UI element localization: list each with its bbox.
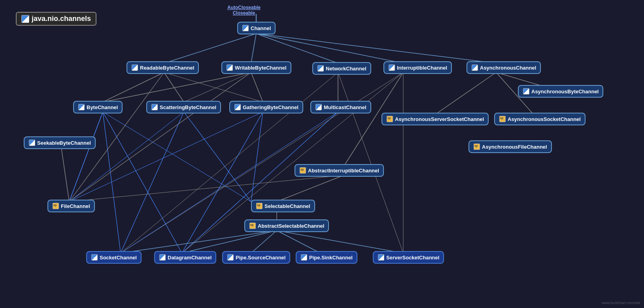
svg-line-9 bbox=[251, 72, 263, 102]
node-FileChannel[interactable]: FileChannel bbox=[47, 200, 95, 212]
interface-icon bbox=[78, 104, 85, 110]
node-NetworkChannel[interactable]: NetworkChannel bbox=[312, 62, 371, 75]
node-AsynchronousSocketChannel[interactable]: AsynchronousSocketChannel bbox=[494, 113, 585, 125]
svg-line-8 bbox=[103, 72, 251, 102]
node-label-AbstractInterruptibleChannel: AbstractInterruptibleChannel bbox=[308, 168, 379, 174]
interface-icon bbox=[227, 64, 233, 71]
node-DatagramChannel[interactable]: DatagramChannel bbox=[154, 251, 216, 264]
node-AbstractInterruptibleChannel[interactable]: AbstractInterruptibleChannel bbox=[295, 164, 384, 177]
interface-icon bbox=[91, 254, 98, 261]
svg-line-32 bbox=[277, 231, 403, 253]
abstract-icon bbox=[53, 203, 59, 209]
svg-line-39 bbox=[184, 72, 251, 102]
node-AsynchronousServerSocketChannel[interactable]: AsynchronousServerSocketChannel bbox=[381, 113, 489, 125]
node-SocketChannel[interactable]: SocketChannel bbox=[86, 251, 142, 264]
interface-icon bbox=[317, 65, 324, 72]
svg-line-16 bbox=[103, 112, 182, 253]
node-label-WritableByteChannel: WritableByteChannel bbox=[235, 65, 287, 71]
node-ByteChannel[interactable]: ByteChannel bbox=[73, 101, 123, 113]
svg-line-4 bbox=[256, 34, 403, 63]
abstract-icon bbox=[387, 116, 393, 122]
node-AsynchronousFileChannel[interactable]: AsynchronousFileChannel bbox=[468, 140, 552, 153]
svg-line-31 bbox=[277, 231, 320, 253]
svg-line-21 bbox=[251, 112, 263, 202]
interface-icon bbox=[378, 254, 384, 261]
svg-line-26 bbox=[277, 175, 344, 202]
svg-line-40 bbox=[69, 112, 184, 202]
svg-line-44 bbox=[69, 175, 344, 202]
node-GatheringByteChannel[interactable]: GatheringByteChannel bbox=[229, 101, 303, 113]
node-AsynchronousChannel[interactable]: AsynchronousChannel bbox=[466, 61, 541, 74]
node-SeekableByteChannel[interactable]: SeekableByteChannel bbox=[24, 136, 96, 149]
interface-icon bbox=[389, 64, 395, 71]
interface-icon bbox=[234, 104, 241, 110]
node-label-ScatteringByteChannel: ScatteringByteChannel bbox=[160, 104, 216, 110]
node-label-GatheringByteChannel: GatheringByteChannel bbox=[243, 104, 298, 110]
package-label: java.nio.channels bbox=[16, 12, 96, 26]
node-label-PipeSinkChannel: Pipe.SinkChannel bbox=[309, 255, 353, 261]
svg-line-42 bbox=[103, 112, 251, 202]
diagram-container: java.nio.channels bbox=[0, 0, 644, 308]
interface-icon bbox=[132, 64, 138, 71]
svg-line-23 bbox=[61, 147, 69, 202]
node-label-AsynchronousFileChannel: AsynchronousFileChannel bbox=[482, 144, 547, 150]
svg-line-34 bbox=[338, 72, 403, 253]
node-label-AsynchronousByteChannel: AsynchronousByteChannel bbox=[531, 89, 599, 94]
svg-line-2 bbox=[251, 34, 256, 63]
node-Channel[interactable]: Channel bbox=[237, 22, 276, 34]
node-label-Channel: Channel bbox=[251, 25, 271, 31]
node-WritableByteChannel[interactable]: WritableByteChannel bbox=[221, 61, 291, 74]
svg-line-30 bbox=[251, 231, 277, 253]
node-PipeSinkChannel[interactable]: Pipe.SinkChannel bbox=[296, 251, 357, 264]
svg-line-29 bbox=[182, 231, 277, 253]
svg-line-25 bbox=[69, 72, 251, 202]
node-ReadableByteChannel[interactable]: ReadableByteChannel bbox=[127, 61, 199, 74]
interface-icon bbox=[301, 254, 307, 261]
interface-icon bbox=[151, 104, 158, 110]
node-label-AsynchronousServerSocketChannel: AsynchronousServerSocketChannel bbox=[395, 116, 484, 122]
svg-line-28 bbox=[121, 231, 277, 253]
node-label-AsynchronousSocketChannel: AsynchronousSocketChannel bbox=[508, 116, 581, 122]
node-label-SocketChannel: SocketChannel bbox=[100, 255, 137, 261]
node-SelectableChannel[interactable]: SelectableChannel bbox=[251, 200, 315, 212]
interface-icon bbox=[159, 254, 166, 261]
node-label-FileChannel: FileChannel bbox=[61, 203, 90, 209]
svg-line-12 bbox=[435, 72, 496, 115]
svg-line-38 bbox=[164, 72, 263, 102]
abstract-icon bbox=[499, 116, 506, 122]
node-label-SelectableChannel: SelectableChannel bbox=[264, 203, 310, 209]
interface-icon bbox=[472, 64, 478, 71]
svg-line-1 bbox=[164, 34, 256, 63]
node-label-ReadableByteChannel: ReadableByteChannel bbox=[140, 65, 194, 71]
node-ScatteringByteChannel[interactable]: ScatteringByteChannel bbox=[146, 101, 221, 113]
node-ServerSocketChannel[interactable]: ServerSocketChannel bbox=[373, 251, 444, 264]
node-PipeSourceChannel[interactable]: Pipe.SourceChannel bbox=[222, 251, 290, 264]
node-MulticastChannel[interactable]: MulticastChannel bbox=[310, 101, 371, 113]
node-InterruptibleChannel[interactable]: InterruptibleChannel bbox=[383, 61, 452, 74]
node-label-AsynchronousChannel: AsynchronousChannel bbox=[480, 65, 536, 71]
abstract-icon bbox=[474, 144, 480, 150]
abstract-icon bbox=[300, 167, 306, 174]
svg-line-3 bbox=[256, 34, 338, 63]
node-label-ServerSocketChannel: ServerSocketChannel bbox=[386, 255, 439, 261]
svg-line-18 bbox=[121, 112, 184, 253]
node-label-NetworkChannel: NetworkChannel bbox=[326, 66, 366, 72]
interface-icon bbox=[523, 88, 529, 94]
abstract-icon bbox=[256, 203, 263, 209]
svg-line-6 bbox=[103, 72, 164, 102]
node-AsynchronousByteChannel[interactable]: AsynchronousByteChannel bbox=[518, 85, 603, 98]
node-AbstractSelectableChannel[interactable]: AbstractSelectableChannel bbox=[244, 219, 329, 232]
interface-icon bbox=[315, 104, 322, 110]
svg-line-17 bbox=[103, 112, 121, 253]
node-label-ByteChannel: ByteChannel bbox=[87, 104, 118, 110]
interface-icon bbox=[227, 254, 234, 261]
node-label-SeekableByteChannel: SeekableByteChannel bbox=[37, 140, 91, 146]
watermark: www.lucidchart.com/edit bbox=[602, 301, 640, 305]
svg-line-7 bbox=[164, 72, 184, 102]
svg-line-41 bbox=[69, 112, 263, 202]
package-icon bbox=[21, 15, 29, 23]
supertype-label: AutoCloseableCloseable bbox=[227, 5, 261, 16]
abstract-icon bbox=[249, 223, 256, 229]
node-label-DatagramChannel: DatagramChannel bbox=[168, 255, 212, 261]
interface-icon bbox=[242, 25, 249, 31]
